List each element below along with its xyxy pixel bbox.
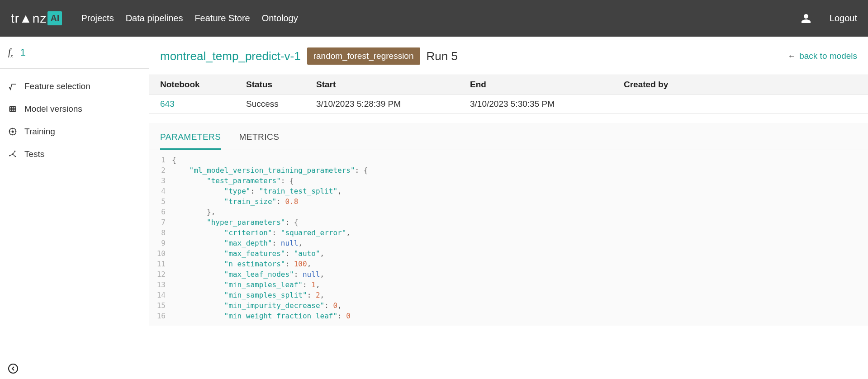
code-line: 8 "criterion": "squared_error", [149,227,868,238]
col-created-by: Created by [613,75,868,95]
svg-point-11 [12,131,14,133]
svg-rect-5 [12,109,14,109]
svg-point-14 [9,155,10,156]
line-number: 13 [149,280,172,290]
fx-icon: fx [8,47,13,58]
sidebar-item-label: Tests [24,149,44,159]
nav-ontology[interactable]: Ontology [262,13,298,24]
table-header-row: Notebook Status Start End Created by [149,75,868,95]
logo-ai-box: AI [47,11,62,25]
sidebar-item-training[interactable]: Training [0,120,149,143]
line-content: { [172,155,176,165]
col-end: End [459,75,613,95]
svg-rect-8 [12,110,14,111]
line-content: "max_depth": null, [172,238,303,248]
sidebar-item-label: Training [24,127,55,137]
tab-metrics[interactable]: METRICS [239,132,280,150]
collapse-sidebar-button[interactable] [8,364,18,374]
line-content: "ml_model_version_training_parameters": … [172,165,368,175]
tab-parameters[interactable]: PARAMETERS [160,132,221,150]
code-line: 16 "min_weight_fraction_leaf": 0 [149,311,868,321]
line-number: 9 [149,238,172,248]
line-number: 1 [149,155,172,165]
nav-feature-store[interactable]: Feature Store [194,13,250,24]
sidebar-item-feature-selection[interactable]: Feature selection [0,75,149,98]
line-number: 8 [149,227,172,238]
col-notebook: Notebook [149,75,235,95]
line-content: "min_impurity_decrease": 0, [172,300,342,311]
back-link-label: back to models [799,51,857,61]
line-number: 5 [149,196,172,207]
code-line: 3 "test_parameters": { [149,175,868,186]
table-row: 643 Success 3/10/2023 5:28:39 PM 3/10/20… [149,95,868,114]
code-line: 9 "max_depth": null, [149,238,868,248]
sidebar-item-label: Model versions [24,104,82,114]
logo[interactable]: tr▲nz AI [11,11,62,26]
cell-end: 3/10/2023 5:30:35 PM [459,95,613,114]
nav-data-pipelines[interactable]: Data pipelines [126,13,183,24]
code-line: 4 "type": "train_test_split", [149,186,868,196]
code-line: 12 "max_leaf_nodes": null, [149,269,868,280]
line-content: "hyper_parameters": { [172,217,298,227]
line-number: 3 [149,175,172,186]
svg-rect-3 [14,107,15,108]
line-content: "max_leaf_nodes": null, [172,269,324,280]
line-number: 12 [149,269,172,280]
topbar: tr▲nz AI Projects Data pipelines Feature… [0,0,868,37]
line-content: "test_parameters": { [172,175,294,186]
tabs: PARAMETERS METRICS [149,123,868,150]
svg-rect-9 [14,110,15,111]
user-icon[interactable] [801,13,811,24]
svg-point-15 [15,156,16,157]
line-content: "min_samples_split": 2, [172,290,324,300]
line-number: 15 [149,300,172,311]
col-start: Start [305,75,459,95]
line-content: "criterion": "squared_error", [172,227,351,238]
line-number: 6 [149,207,172,217]
line-content: }, [172,207,215,217]
svg-rect-6 [14,109,15,109]
logo-text: tr▲nz [11,11,47,26]
run-table: Notebook Status Start End Created by 643… [149,75,868,114]
top-nav: Projects Data pipelines Feature Store On… [81,13,298,24]
sqrt-icon [8,82,17,91]
line-number: 7 [149,217,172,227]
code-line: 2 "ml_model_version_training_parameters"… [149,165,868,175]
content: montreal_temp_predict-v-1 random_forest_… [149,37,868,379]
code-line: 5 "train_size": 0.8 [149,196,868,207]
cell-status: Success [235,95,305,114]
chevron-left-icon [11,366,15,371]
svg-rect-4 [10,109,11,109]
code-line: 14 "min_samples_split": 2, [149,290,868,300]
sidebar: fx 1 Feature selection Model versions Tr… [0,37,149,379]
line-content: "min_weight_fraction_leaf": 0 [172,311,351,321]
line-number: 4 [149,186,172,196]
content-header: montreal_temp_predict-v-1 random_forest_… [149,37,868,75]
fx-row: fx 1 [0,37,149,69]
sidebar-item-model-versions[interactable]: Model versions [0,98,149,120]
nav-projects[interactable]: Projects [81,13,114,24]
model-name[interactable]: montreal_temp_predict-v-1 [160,49,301,63]
logout-link[interactable]: Logout [830,13,857,24]
back-to-models-link[interactable]: ← back to models [787,51,857,61]
line-number: 10 [149,248,172,259]
run-title: Run 5 [427,49,458,63]
code-line: 11 "n_estimators": 100, [149,259,868,269]
code-line: 10 "max_features": "auto", [149,248,868,259]
cell-start: 3/10/2023 5:28:39 PM [305,95,459,114]
svg-rect-7 [10,110,11,111]
code-line: 13 "min_samples_leaf": 1, [149,280,868,290]
svg-rect-1 [10,107,11,108]
line-content: "n_estimators": 100, [172,259,311,269]
tests-icon [8,150,17,159]
notebook-link[interactable]: 643 [160,99,175,109]
line-number: 14 [149,290,172,300]
line-content: "train_size": 0.8 [172,196,298,207]
line-number: 2 [149,165,172,175]
svg-point-13 [14,151,16,152]
col-status: Status [235,75,305,95]
sidebar-item-tests[interactable]: Tests [0,143,149,166]
line-content: "max_features": "auto", [172,248,324,259]
code-viewer: 1{2 "ml_model_version_training_parameter… [149,150,868,326]
training-icon [8,127,17,136]
